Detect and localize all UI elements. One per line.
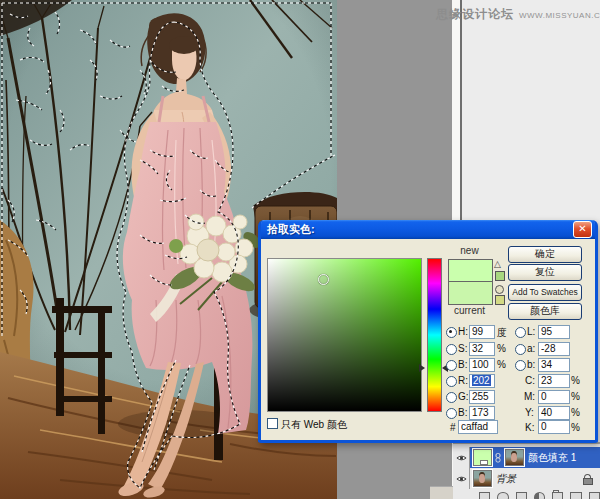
- h-input[interactable]: [469, 325, 495, 339]
- close-icon[interactable]: ✕: [573, 221, 592, 238]
- ok-button[interactable]: 确定: [508, 246, 582, 263]
- dialog-titlebar[interactable]: 拾取实色: ✕: [261, 220, 595, 239]
- m-label: M:: [524, 391, 535, 402]
- r-selected-text: 202: [472, 375, 491, 386]
- b-hsb-unit: %: [497, 359, 506, 370]
- web-only-checkbox[interactable]: [267, 418, 278, 429]
- current-color-label: current: [448, 305, 491, 316]
- new-layer-icon[interactable]: [570, 492, 581, 499]
- radio-b-hsb[interactable]: [446, 360, 457, 371]
- reset-button[interactable]: 复位: [508, 264, 582, 281]
- radio-b-lab[interactable]: [515, 360, 526, 371]
- fill-layer-thumbnail[interactable]: [473, 449, 492, 466]
- link-icon: [494, 453, 502, 463]
- layers-panel: 颜色填充 1 背景: [453, 442, 600, 499]
- h-unit: 度: [497, 326, 507, 340]
- web-only-label: 只有 Web 颜色: [281, 418, 347, 432]
- dialog-title: 拾取实色:: [267, 222, 315, 237]
- y-unit: %: [571, 407, 580, 418]
- hue-slider[interactable]: [427, 258, 442, 412]
- l-input[interactable]: [538, 325, 570, 339]
- radio-g[interactable]: [446, 392, 457, 403]
- color-libraries-button[interactable]: 颜色库: [508, 303, 582, 320]
- g-label: G:: [458, 391, 469, 402]
- watermark-forum-name: 思缘设计论坛: [436, 6, 514, 23]
- layer-style-icon[interactable]: [497, 492, 508, 499]
- g-input[interactable]: [469, 390, 495, 404]
- visibility-toggle[interactable]: [454, 468, 470, 489]
- c-label: C:: [525, 375, 535, 386]
- layer-mask-thumbnail[interactable]: [505, 449, 524, 466]
- y-input[interactable]: [538, 406, 570, 420]
- hex-prefix: #: [450, 422, 456, 433]
- radio-h[interactable]: [446, 327, 457, 338]
- c-unit: %: [571, 375, 580, 386]
- background-layer-thumbnail[interactable]: [473, 470, 492, 487]
- color-field-marker[interactable]: [318, 274, 329, 285]
- eye-icon: [456, 475, 467, 483]
- y-label: Y:: [525, 407, 534, 418]
- radio-b-rgb[interactable]: [446, 408, 457, 419]
- s-input[interactable]: [469, 342, 495, 356]
- current-color-swatch[interactable]: [448, 281, 493, 305]
- b-rgb-input[interactable]: [469, 406, 495, 420]
- s-unit: %: [497, 343, 506, 354]
- b-rgb-label: B:: [458, 407, 467, 418]
- layers-panel-toolbar: [479, 489, 600, 499]
- radio-s[interactable]: [446, 344, 457, 355]
- radio-l[interactable]: [515, 327, 526, 338]
- visibility-toggle[interactable]: [454, 447, 470, 468]
- scrollbar-corner[interactable]: [430, 486, 453, 499]
- b-lab-input[interactable]: [538, 358, 570, 372]
- b-lab-label: b:: [527, 359, 535, 370]
- watermark-url: WWW.MISSYUAN.COM: [519, 11, 600, 20]
- web-safe-icon[interactable]: [495, 285, 504, 294]
- watermark: 思缘设计论坛 WWW.MISSYUAN.COM: [436, 6, 600, 23]
- adjustment-layer-icon[interactable]: [534, 492, 545, 499]
- radio-r[interactable]: [446, 376, 457, 387]
- gamut-warning-icon[interactable]: △: [494, 260, 501, 269]
- hue-slider-left-arrow-icon[interactable]: [419, 364, 425, 372]
- saturation-brightness-field[interactable]: [267, 258, 422, 412]
- link-layers-icon[interactable]: [479, 492, 490, 499]
- s-label: S:: [458, 343, 467, 354]
- l-label: L:: [527, 326, 535, 337]
- k-label: K:: [525, 422, 534, 433]
- k-input[interactable]: [538, 420, 570, 434]
- h-label: H:: [458, 326, 468, 337]
- delete-layer-icon[interactable]: [589, 492, 600, 499]
- b-hsb-label: B:: [458, 359, 467, 370]
- m-input[interactable]: [538, 390, 570, 404]
- web-safe-color-swatch[interactable]: [495, 295, 505, 305]
- layer-name[interactable]: 背景: [496, 472, 516, 486]
- photoshop-workspace: 思缘设计论坛 WWW.MISSYUAN.COM 拾取实色: ✕ new curr…: [0, 0, 600, 499]
- add-mask-icon[interactable]: [516, 492, 527, 499]
- hex-input[interactable]: [458, 420, 498, 434]
- layer-row-color-fill[interactable]: 颜色填充 1: [454, 447, 600, 468]
- gamut-color-swatch[interactable]: [495, 271, 505, 281]
- eye-icon: [456, 454, 467, 462]
- lock-icon: [583, 474, 592, 484]
- layer-row-background[interactable]: 背景: [454, 468, 600, 489]
- new-color-label: new: [448, 245, 491, 256]
- a-label: a:: [527, 343, 535, 354]
- r-input[interactable]: 202: [469, 374, 495, 388]
- m-unit: %: [571, 391, 580, 402]
- color-picker-dialog: 拾取实色: ✕ new current △ 确定 复位 Add To Swatc…: [258, 220, 598, 443]
- r-label: R:: [458, 375, 468, 386]
- new-group-icon[interactable]: [552, 492, 563, 499]
- k-unit: %: [571, 422, 580, 433]
- b-hsb-input[interactable]: [469, 358, 495, 372]
- layer-name[interactable]: 颜色填充 1: [528, 451, 576, 465]
- new-color-swatch: [448, 259, 493, 283]
- radio-a[interactable]: [515, 344, 526, 355]
- c-input[interactable]: [538, 374, 570, 388]
- a-input[interactable]: [538, 342, 570, 356]
- add-to-swatches-button[interactable]: Add To Swatches: [508, 284, 582, 301]
